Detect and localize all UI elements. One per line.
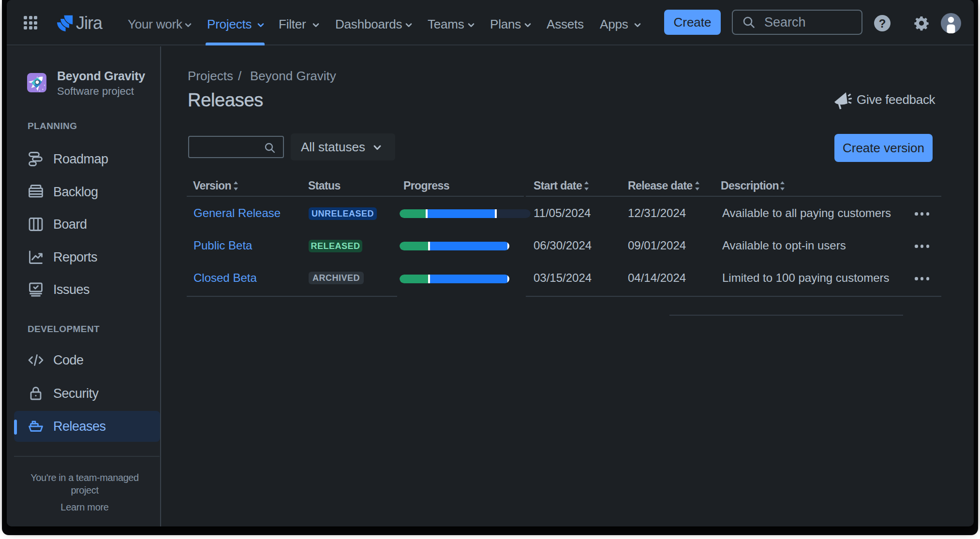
svg-text:?: ? (879, 17, 886, 30)
